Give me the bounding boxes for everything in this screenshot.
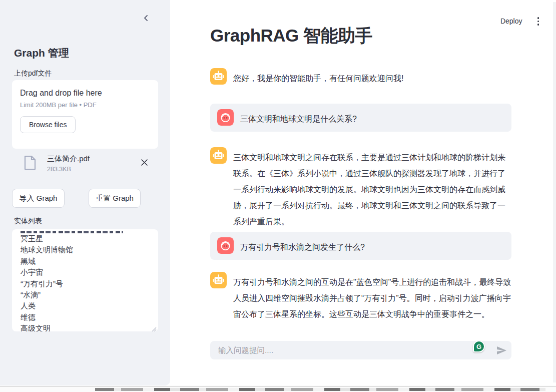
user-avatar-icon — [217, 237, 234, 254]
chat-message-user: 三体文明和地球文明是什么关系? — [210, 104, 511, 132]
scrollbar[interactable] — [553, 2, 556, 382]
entity-list-textarea[interactable]: 冥王星 地球文明博物馆 黑域 小宇宙 “万有引力”号 “水滴” 人类 维德 高级… — [12, 229, 158, 331]
message-text: 万有引力号和水滴之间的互动是在"蓝色空间"号上进行的追击和战斗，最终导致人员进入… — [233, 274, 511, 322]
sidebar-title: Graph 管理 — [14, 46, 69, 60]
user-avatar-icon — [217, 109, 234, 126]
kebab-menu-icon[interactable] — [535, 15, 541, 28]
message-text: 三体文明和地球文明之间存在联系，主要是通过三体计划和地球的阶梯计划来联系。在《三… — [233, 150, 511, 230]
dropzone-instruction: Drag and drop file here — [20, 89, 150, 98]
entity-item: 地球文明博物馆 — [21, 244, 150, 255]
entity-item: 维德 — [21, 312, 150, 323]
dropzone-limit: Limit 200MB per file • PDF — [20, 101, 150, 109]
chat-input[interactable] — [210, 341, 511, 359]
upload-label: 上传pdf文件 — [14, 69, 52, 78]
robot-avatar-icon — [210, 272, 227, 288]
browse-files-button[interactable]: Browse files — [20, 116, 76, 133]
chevron-left-icon — [143, 15, 150, 24]
deploy-button[interactable]: Deploy — [500, 17, 522, 25]
remove-file-button[interactable] — [139, 158, 149, 168]
uploaded-file-size: 283.3KB — [47, 166, 90, 173]
chat-message-assistant: 万有引力号和水滴之间的互动是在"蓝色空间"号上进行的追击和战斗，最终导致人员进入… — [210, 272, 511, 322]
chat-message-user: 万有引力号和水滴之间发生了什么? — [210, 232, 511, 260]
sidebar-collapse-button[interactable] — [140, 13, 152, 25]
entity-item: 黑域 — [21, 256, 150, 267]
chat-message-assistant: 您好，我是你的智能助手，有任何问题欢迎问我! — [210, 68, 511, 87]
grammarly-icon[interactable]: G — [473, 340, 485, 352]
entity-list-label: 实体列表 — [14, 217, 42, 226]
message-text: 三体文明和地球文明是什么关系? — [240, 111, 504, 127]
document-icon — [24, 155, 36, 170]
robot-avatar-icon — [210, 147, 227, 164]
background-window-strip — [0, 385, 556, 392]
robot-avatar-icon — [210, 68, 227, 85]
import-graph-button[interactable]: 导入 Graph — [12, 189, 65, 208]
close-icon — [141, 159, 148, 168]
sidebar: Graph 管理 上传pdf文件 Drag and drop file here… — [0, 0, 170, 385]
entity-item: “水滴” — [21, 289, 150, 300]
entity-item: “万有引力”号 — [21, 278, 150, 289]
file-uploader-dropzone[interactable]: Drag and drop file here Limit 200MB per … — [12, 80, 158, 149]
chat-message-assistant: 三体文明和地球文明之间存在联系，主要是通过三体计划和地球的阶梯计划来联系。在《三… — [210, 147, 511, 230]
entity-item: 人类 — [21, 300, 150, 311]
message-text: 您好，我是你的智能助手，有任何问题欢迎问我! — [233, 71, 511, 87]
send-button[interactable] — [495, 344, 507, 356]
app-window: Graph 管理 上传pdf文件 Drag and drop file here… — [0, 0, 556, 392]
uploaded-file-name: 三体简介.pdf — [47, 154, 90, 164]
uploaded-file-row: 三体简介.pdf 283.3KB — [24, 154, 154, 173]
reset-graph-button[interactable]: 重置 Graph — [89, 189, 141, 208]
textarea-resize-handle[interactable] — [152, 325, 157, 330]
message-text: 万有引力号和水滴之间发生了什么? — [240, 239, 504, 255]
main-content: Deploy GraphRAG 智能助手 您好，我是你的智能助手，有任何问题欢迎… — [170, 0, 556, 385]
entity-item: 高级文明 — [21, 323, 150, 331]
entity-item: 冥王星 — [21, 233, 150, 244]
chat-input-bar: G — [210, 341, 511, 359]
entity-item: 小宇宙 — [21, 267, 150, 278]
app-toolbar: Deploy — [500, 15, 541, 28]
page-title: GraphRAG 智能助手 — [210, 24, 372, 48]
